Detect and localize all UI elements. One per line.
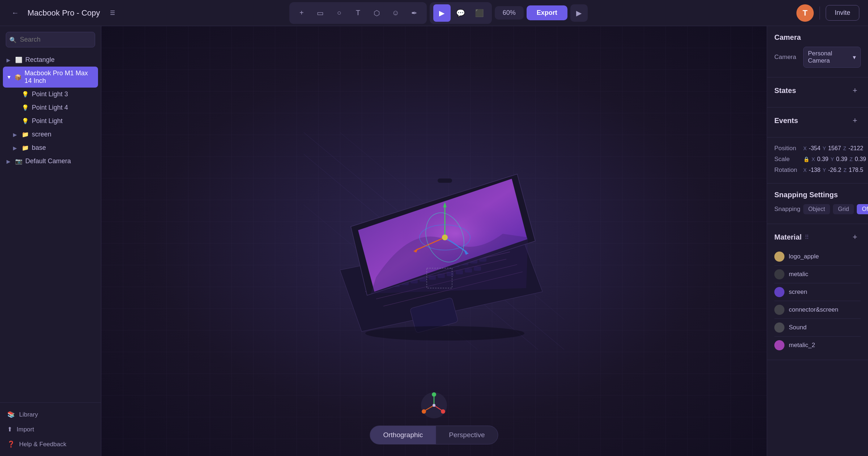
tree-item-base[interactable]: ▶ 📁 base	[3, 141, 98, 155]
drag-handle-icon: ⠿	[805, 234, 809, 241]
search-box: 🔍	[6, 32, 95, 47]
select-tool[interactable]: ▶	[433, 4, 451, 22]
main-layout: 🔍 ▶ ⬜ Rectangle ▼ 📦 Macbook Pro M1 Max 1…	[0, 26, 868, 456]
tree-item-label: Default Camera	[25, 157, 71, 165]
library-button[interactable]: 📚 Library	[3, 407, 98, 422]
position-x: X -354	[803, 145, 820, 152]
shape-tools: + ▭ ○ T ⬡ ☺ ✒	[289, 2, 427, 24]
tree-item-defaultcamera[interactable]: ▶ 📷 Default Camera	[3, 155, 98, 168]
hex-tool[interactable]: ⬡	[368, 4, 386, 22]
help-icon: ❓	[7, 440, 15, 448]
tree-item-pointlight4[interactable]: 💡 Point Light 4	[3, 101, 98, 114]
material-list: logo_applemetalicscreenconnector&screenS…	[774, 248, 861, 354]
svg-point-61	[433, 404, 435, 407]
material-swatch	[774, 287, 784, 297]
states-add-button[interactable]: +	[849, 85, 861, 96]
scale-lock-icon[interactable]: 🔒	[803, 156, 809, 162]
light-icon: 💡	[22, 104, 29, 111]
group-icon: 📁	[22, 131, 29, 138]
avatar: T	[796, 4, 814, 22]
events-section: Events +	[767, 107, 868, 138]
scene-tree: ▶ ⬜ Rectangle ▼ 📦 Macbook Pro M1 Max 14 …	[0, 53, 101, 402]
scale-values: 🔒 X 0.39 Y 0.39 Z 0.39	[803, 156, 866, 162]
toolbar-center: + ▭ ○ T ⬡ ☺ ✒ ▶ 💬 ⬛ 60% Export ▶	[125, 2, 752, 24]
import-label: Import	[17, 426, 34, 433]
tree-item-pointlight[interactable]: 💡 Point Light	[3, 114, 98, 128]
material-title-group: Material ⠿	[774, 233, 809, 241]
snapping-row: Snapping Object Grid Off	[774, 204, 861, 214]
expand-icon: ▶	[13, 145, 19, 151]
states-title: States	[774, 86, 796, 95]
material-item-connector_screen[interactable]: connector&screen	[774, 301, 861, 319]
camera-select[interactable]: Personal Camera ▾	[803, 47, 861, 68]
topbar: ← Macbook Pro - Copy ☰ + ▭ ○ T ⬡ ☺ ✒ ▶ 💬…	[0, 0, 868, 26]
library-label: Library	[19, 411, 38, 418]
tree-item-label: base	[32, 144, 46, 152]
tree-item-macbook[interactable]: ▼ 📦 Macbook Pro M1 Max 14 Inch	[3, 67, 98, 88]
material-item-logo_apple[interactable]: logo_apple	[774, 248, 861, 266]
tree-item-screen[interactable]: ▶ 📁 screen	[3, 128, 98, 141]
states-header: States +	[774, 85, 861, 96]
help-button[interactable]: ❓ Help & Feedback	[3, 437, 98, 452]
group-icon: 📁	[22, 144, 29, 151]
material-item-metalic_2[interactable]: metalic_2	[774, 337, 861, 354]
object-snap-button[interactable]: Object	[803, 204, 830, 214]
events-add-button[interactable]: +	[849, 115, 861, 126]
position-z: Z -2122	[843, 145, 863, 152]
orthographic-button[interactable]: Orthographic	[370, 426, 436, 444]
material-swatch	[774, 340, 784, 350]
snapping-label: Snapping	[774, 206, 800, 213]
events-header: Events +	[774, 115, 861, 126]
scale-label: Scale	[774, 156, 803, 163]
pen-tool[interactable]: ✒	[406, 4, 423, 22]
circle-tool[interactable]: ○	[331, 4, 348, 22]
sidebar: 🔍 ▶ ⬜ Rectangle ▼ 📦 Macbook Pro M1 Max 1…	[0, 26, 101, 456]
tree-item-label: Macbook Pro M1 Max 14 Inch	[25, 69, 94, 85]
svg-rect-42	[438, 178, 452, 183]
material-name: screen	[789, 288, 807, 296]
material-item-sound[interactable]: Sound	[774, 319, 861, 337]
tree-item-pointlight3[interactable]: 💡 Point Light 3	[3, 88, 98, 101]
rotation-label: Rotation	[774, 166, 803, 174]
tree-item-rectangle[interactable]: ▶ ⬜ Rectangle	[3, 53, 98, 67]
right-panel: Camera Camera Personal Camera ▾ States +…	[767, 26, 868, 456]
export-button[interactable]: Export	[527, 5, 567, 20]
topbar-right: T Invite	[758, 4, 859, 22]
search-input[interactable]	[6, 32, 95, 47]
tree-item-label: screen	[32, 131, 51, 138]
rotation-row: Rotation X -138 Y -26.2 Z 178.5	[774, 166, 861, 174]
states-section: States +	[767, 77, 868, 107]
divider	[820, 7, 820, 20]
play-button[interactable]: ▶	[570, 4, 588, 22]
material-add-button[interactable]: +	[849, 231, 861, 243]
project-title: Macbook Pro - Copy	[27, 8, 100, 18]
material-swatch	[774, 322, 784, 333]
emoji-tool[interactable]: ☺	[387, 4, 404, 22]
menu-button[interactable]: ☰	[106, 7, 119, 20]
rotation-values: X -138 Y -26.2 Z 178.5	[803, 167, 863, 173]
material-name: Sound	[789, 324, 807, 331]
material-item-metalic[interactable]: metalic	[774, 266, 861, 283]
svg-point-49	[442, 235, 448, 240]
material-item-screen[interactable]: screen	[774, 283, 861, 301]
expand-icon: ▶	[7, 57, 12, 63]
camera-header: Camera	[774, 33, 861, 42]
camera-icon: 📷	[15, 158, 22, 165]
screen-tool[interactable]: ⬛	[471, 4, 488, 22]
grid-snap-button[interactable]: Grid	[833, 204, 854, 214]
camera-value: Personal Camera	[808, 50, 850, 64]
invite-button[interactable]: Invite	[826, 5, 859, 21]
material-header: Material ⠿ +	[774, 231, 861, 243]
rect-tool[interactable]: ▭	[312, 4, 329, 22]
text-tool[interactable]: T	[349, 4, 367, 22]
import-button[interactable]: ⬆ Import	[3, 422, 98, 437]
chat-tool[interactable]: 💬	[452, 4, 469, 22]
back-button[interactable]: ←	[9, 7, 22, 20]
add-tool[interactable]: +	[293, 4, 310, 22]
laptop-illustration	[304, 132, 564, 350]
expand-icon: ▶	[13, 132, 19, 138]
perspective-button[interactable]: Perspective	[436, 426, 498, 444]
material-name: metalic_2	[789, 342, 815, 349]
off-snap-button[interactable]: Off	[857, 204, 868, 214]
canvas[interactable]: Orthographic Perspective	[101, 26, 767, 456]
